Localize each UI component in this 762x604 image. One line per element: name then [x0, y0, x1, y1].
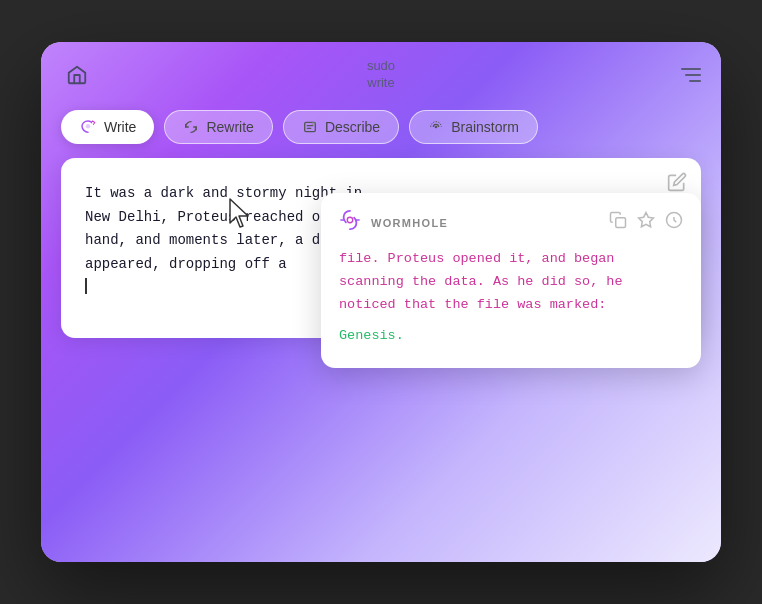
app-window: sudo write Write: [41, 42, 721, 562]
tab-brainstorm-label: Brainstorm: [451, 119, 519, 135]
editor-cursor: [85, 278, 87, 294]
app-logo: sudo write: [367, 58, 395, 92]
tab-write[interactable]: Write: [61, 110, 154, 144]
tab-write-label: Write: [104, 119, 136, 135]
card-header: WORMHOLE: [339, 209, 683, 236]
wormhole-logo-icon: [339, 209, 361, 236]
suggestion-card: WORMHOLE: [321, 193, 701, 368]
menu-line-3: [689, 80, 701, 82]
tab-describe[interactable]: Describe: [283, 110, 399, 144]
tab-rewrite[interactable]: Rewrite: [164, 110, 272, 144]
svg-point-2: [311, 121, 315, 125]
toolbar: Write Rewrite D: [41, 100, 721, 158]
write-icon: [79, 118, 97, 136]
describe-icon: [302, 119, 318, 135]
tab-describe-label: Describe: [325, 119, 380, 135]
tab-brainstorm[interactable]: Brainstorm: [409, 110, 538, 144]
brainstorm-icon: [428, 119, 444, 135]
card-title-group: WORMHOLE: [339, 209, 448, 236]
svg-marker-6: [639, 213, 654, 227]
menu-line-1: [681, 68, 701, 70]
star-icon[interactable]: [637, 211, 655, 234]
genesis-text: Genesis.: [339, 325, 683, 348]
header: sudo write: [41, 42, 721, 100]
card-source-label: WORMHOLE: [371, 217, 448, 229]
card-actions: [609, 211, 683, 234]
tab-rewrite-label: Rewrite: [206, 119, 253, 135]
svg-point-0: [86, 124, 91, 129]
circle-arrow-icon[interactable]: [665, 211, 683, 234]
svg-rect-5: [616, 218, 626, 228]
home-icon[interactable]: [61, 59, 93, 91]
menu-button[interactable]: [669, 59, 701, 91]
svg-point-3: [435, 125, 438, 128]
suggestion-body-text: file. Proteus opened it, and began scann…: [339, 248, 683, 317]
copy-icon[interactable]: [609, 211, 627, 234]
rewrite-icon: [183, 119, 199, 135]
menu-line-2: [685, 74, 701, 76]
main-content: It was a dark and stormy night in New De…: [41, 158, 721, 338]
svg-point-4: [347, 217, 353, 223]
